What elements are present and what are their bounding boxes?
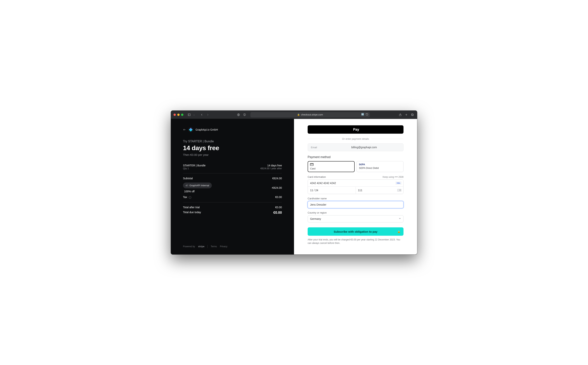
promo-discount: -€624.00 (271, 186, 282, 189)
country-select[interactable]: Germany (308, 215, 404, 222)
total-due-value: €0.00 (273, 211, 282, 215)
website-settings-icon[interactable] (236, 113, 241, 117)
address-bar[interactable]: 🔒 checkout.stripe.com 🔤 (250, 112, 370, 117)
svg-rect-0 (188, 114, 190, 116)
browser-window: ⌄ 🔒 checkout.stripe.com 🔤 (171, 111, 417, 254)
total-after-trial-row: Total after trial €0.00 (183, 206, 282, 209)
subscribe-button[interactable]: Subscribe with obligation to pay 🔒 (308, 227, 404, 236)
window-zoom-button[interactable] (181, 114, 183, 116)
tax-value: €0.00 (275, 196, 282, 199)
then-price-line: Then €0.00 per year (183, 153, 282, 156)
terms-link[interactable]: Terms (211, 245, 217, 248)
subtotal-label: Subtotal (183, 177, 193, 180)
svg-rect-11 (310, 164, 313, 164)
sepa-logo-icon: S€PA (359, 163, 401, 166)
reload-icon[interactable] (366, 113, 368, 116)
cvc-hint-icon (397, 189, 401, 192)
lock-icon: 🔒 (397, 230, 400, 233)
lock-icon: 🔒 (297, 113, 300, 116)
sidebar-toggle-icon[interactable] (187, 113, 191, 117)
email-readonly: Email billing@graphapi.com (308, 143, 404, 151)
powered-by-label: Powered by (183, 245, 195, 248)
total-after-trial-value: €0.00 (275, 206, 282, 209)
back-arrow-icon[interactable] (183, 128, 186, 131)
window-close-button[interactable] (174, 114, 176, 116)
total-due-row: Total due today €0.00 (183, 211, 282, 215)
email-value: billing@graphapi.com (328, 146, 400, 149)
cardholder-label: Cardholder name (308, 197, 404, 200)
divider-or: Or enter payment details (308, 137, 404, 140)
card-info-label: Card information (308, 175, 326, 178)
browser-titlebar: ⌄ 🔒 checkout.stripe.com 🔤 (171, 111, 417, 119)
card-expiry-input[interactable] (310, 189, 353, 192)
window-controls (174, 114, 183, 116)
summary-footer: Powered by stripe Terms Privacy (183, 239, 282, 248)
card-cvc-input[interactable] (358, 189, 401, 192)
card-input-group: VISA (308, 179, 404, 194)
payment-method-card-label: Card (310, 167, 352, 170)
merchant-name: GraphApi.io GmbH (196, 128, 218, 131)
share-icon[interactable] (398, 113, 402, 117)
tax-row: Tax i €0.00 (183, 196, 282, 199)
svg-rect-8 (411, 114, 413, 115)
payment-form-panel: Pay Or enter payment details Email billi… (294, 119, 417, 254)
country-label: Country or region (308, 211, 404, 214)
keep-using-link[interactable]: Keep using •••• 2509 (383, 176, 404, 178)
or-text: Or enter payment details (342, 137, 369, 140)
line-item-trial: 14 days free (261, 164, 282, 167)
apple-pay-button[interactable]: Pay (308, 125, 404, 134)
new-tab-icon[interactable] (404, 113, 408, 117)
svg-rect-10 (310, 163, 313, 166)
stripe-logo[interactable]: stripe (198, 245, 204, 248)
subtotal-row: Subtotal €624.00 (183, 177, 282, 180)
apple-pay-label: Pay (353, 128, 359, 132)
tab-overview-icon[interactable] (410, 113, 414, 117)
card-number-input[interactable] (310, 182, 401, 185)
tax-label: Tax (183, 196, 187, 199)
nav-forward-button[interactable] (206, 113, 210, 117)
line-item-after: €624.00 / year after (261, 167, 282, 170)
card-icon (310, 163, 352, 166)
total-after-trial-label: Total after trial (183, 206, 200, 209)
line-item: STARTER | Bundle Qty 1 14 days free €624… (183, 164, 282, 170)
merchant-logo (188, 127, 193, 132)
payment-method-title: Payment method (308, 155, 404, 159)
nav-back-button[interactable] (200, 113, 204, 117)
sidebar-menu-chevron-icon[interactable]: ⌄ (193, 114, 195, 116)
total-due-label: Total due today (183, 211, 201, 214)
trial-disclaimer: After your trial ends, you will be charg… (308, 238, 404, 245)
tax-info-icon[interactable]: i (189, 196, 191, 199)
order-summary-panel: GraphApi.io GmbH Try STARTER | Bundle 14… (171, 119, 294, 254)
promo-chip[interactable]: 🏷 GraphAPI Internal (183, 182, 212, 188)
subscribe-label: Subscribe with obligation to pay (334, 230, 377, 233)
line-item-name: STARTER | Bundle (183, 164, 205, 167)
privacy-link[interactable]: Privacy (220, 245, 227, 248)
product-try-line: Try STARTER | Bundle (183, 140, 282, 143)
visa-badge-icon: VISA (396, 182, 401, 185)
tag-icon: 🏷 (186, 184, 188, 187)
line-item-qty: Qty 1 (183, 167, 205, 170)
payment-method-sepa-label: SEPA Direct Debit (359, 167, 401, 169)
trial-headline: 14 days free (183, 144, 282, 152)
privacy-shield-icon[interactable] (242, 113, 247, 117)
promo-pct-off: 100% off (184, 190, 212, 193)
payment-method-sepa[interactable]: S€PA SEPA Direct Debit (356, 161, 404, 172)
payment-method-card[interactable]: Card (308, 161, 355, 172)
subtotal-value: €624.00 (272, 177, 282, 180)
translate-icon[interactable]: 🔤 (361, 113, 364, 116)
promo-label: GraphAPI Internal (189, 184, 209, 187)
svg-rect-7 (412, 114, 414, 116)
cardholder-name-input[interactable] (308, 201, 404, 208)
email-label: Email (311, 146, 328, 149)
url-host: checkout.stripe.com (301, 113, 323, 116)
window-minimize-button[interactable] (177, 114, 180, 116)
